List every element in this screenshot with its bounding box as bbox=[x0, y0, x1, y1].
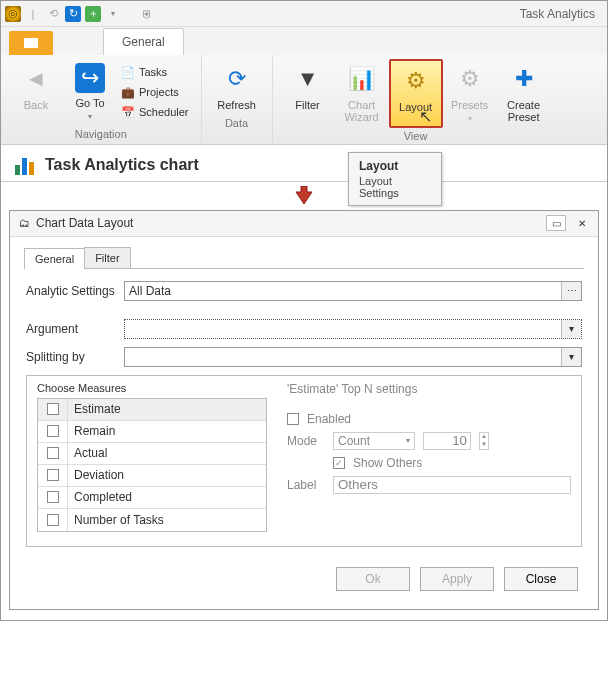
projects-icon: 💼 bbox=[121, 85, 135, 99]
dialog-tabs: General Filter bbox=[24, 247, 584, 269]
presets-icon: ⚙ bbox=[454, 63, 486, 95]
add-icon[interactable]: ＋ bbox=[85, 6, 101, 22]
group-label-data: Data bbox=[225, 117, 248, 129]
measure-label[interactable]: Completed bbox=[68, 490, 132, 504]
svg-marker-3 bbox=[296, 186, 312, 204]
top-n-title: 'Estimate' Top N settings bbox=[287, 382, 571, 396]
measure-label[interactable]: Actual bbox=[68, 446, 107, 460]
choose-measures-title: Choose Measures bbox=[37, 382, 267, 394]
measure-label[interactable]: Remain bbox=[68, 424, 115, 438]
ok-button[interactable]: Ok bbox=[336, 567, 410, 591]
app-tab[interactable] bbox=[9, 31, 53, 55]
group-label-view: View bbox=[404, 130, 428, 142]
undo-icon[interactable]: ⟲ bbox=[45, 6, 61, 22]
separator-icon: | bbox=[25, 6, 41, 22]
label-input[interactable] bbox=[333, 476, 571, 494]
dialog-header: 🗂 Chart Data Layout ▭ ✕ bbox=[10, 211, 598, 237]
apply-button[interactable]: Apply bbox=[420, 567, 494, 591]
tab-general[interactable]: General bbox=[24, 248, 85, 269]
presets-button[interactable]: ⚙ Presets▾ bbox=[443, 59, 497, 128]
svg-rect-2 bbox=[29, 162, 34, 175]
sync-icon[interactable]: ↻ bbox=[65, 6, 81, 22]
back-button[interactable]: ◄ Back bbox=[9, 59, 63, 126]
measure-checkbox[interactable] bbox=[47, 491, 59, 503]
table-row: Remain bbox=[38, 421, 266, 443]
dialog-restore-button[interactable]: ▭ bbox=[546, 215, 566, 231]
table-row: Completed bbox=[38, 487, 266, 509]
topn-number-input[interactable] bbox=[423, 432, 471, 450]
refresh-icon: ⟳ bbox=[221, 63, 253, 95]
measures-table: Estimate Remain Actual bbox=[37, 398, 267, 532]
measure-checkbox[interactable] bbox=[47, 447, 59, 459]
dropdown-icon[interactable]: ▾ bbox=[105, 6, 121, 22]
tooltip-title: Layout bbox=[359, 159, 431, 173]
chart-wizard-icon: 📊 bbox=[346, 63, 378, 95]
goto-button[interactable]: ↪ Go To▾ bbox=[63, 59, 117, 126]
top-n-settings: 'Estimate' Top N settings Enabled Mode C… bbox=[287, 382, 571, 532]
ribbon-tab-strip: General bbox=[1, 27, 607, 55]
argument-field[interactable]: ▾ bbox=[124, 319, 582, 339]
goto-icon: ↪ bbox=[75, 63, 105, 93]
close-button[interactable]: Close bbox=[504, 567, 578, 591]
label-label: Label bbox=[287, 478, 325, 492]
svg-rect-1 bbox=[22, 158, 27, 175]
ellipsis-button[interactable]: ⋯ bbox=[561, 282, 581, 300]
measure-label[interactable]: Number of Tasks bbox=[68, 513, 164, 527]
chart-wizard-button[interactable]: 📊 Chart Wizard bbox=[335, 59, 389, 128]
table-row: Deviation bbox=[38, 465, 266, 487]
nav-scheduler[interactable]: 📅Scheduler bbox=[121, 103, 189, 121]
number-spinner[interactable]: ▲▼ bbox=[479, 432, 489, 450]
refresh-button[interactable]: ⟳ Refresh bbox=[210, 59, 264, 115]
ribbon: ◄ Back ↪ Go To▾ 📄Tasks 💼Projects 📅Schedu… bbox=[1, 55, 607, 145]
tab-filter[interactable]: Filter bbox=[84, 247, 130, 268]
dialog-close-button[interactable]: ✕ bbox=[572, 215, 592, 231]
mode-label: Mode bbox=[287, 434, 325, 448]
measure-checkbox[interactable] bbox=[47, 514, 59, 526]
show-others-checkbox[interactable]: ✓ bbox=[333, 457, 345, 469]
chart-icon bbox=[15, 155, 35, 175]
filter-button[interactable]: ▼ Filter bbox=[281, 59, 335, 128]
table-row: Number of Tasks bbox=[38, 509, 266, 531]
splitting-dropdown-icon[interactable]: ▾ bbox=[561, 348, 581, 366]
chart-data-layout-dialog: 🗂 Chart Data Layout ▭ ✕ General Filter A… bbox=[9, 210, 599, 610]
nav-projects[interactable]: 💼Projects bbox=[121, 83, 189, 101]
layout-button[interactable]: ⚙ Layout ↖ bbox=[389, 59, 443, 128]
chevron-down-icon: ▾ bbox=[406, 436, 410, 445]
shield-icon: ⛨ bbox=[139, 6, 155, 22]
group-label-navigation: Navigation bbox=[75, 128, 127, 140]
layout-tooltip: Layout Layout Settings bbox=[348, 152, 442, 206]
create-preset-button[interactable]: ✚ Create Preset bbox=[497, 59, 551, 128]
ribbon-group-navigation: ◄ Back ↪ Go To▾ 📄Tasks 💼Projects 📅Schedu… bbox=[1, 55, 202, 144]
dialog-icon: 🗂 bbox=[16, 215, 32, 231]
splitting-field[interactable]: ▾ bbox=[124, 347, 582, 367]
measure-label[interactable]: Estimate bbox=[68, 402, 121, 416]
argument-label: Argument bbox=[26, 322, 124, 336]
argument-dropdown-icon[interactable]: ▾ bbox=[561, 320, 581, 338]
enabled-checkbox[interactable] bbox=[287, 413, 299, 425]
mode-select[interactable]: Count▾ bbox=[333, 432, 415, 450]
ribbon-tab-general[interactable]: General bbox=[103, 28, 184, 55]
svg-rect-0 bbox=[15, 165, 20, 175]
measure-checkbox-all[interactable] bbox=[47, 403, 59, 415]
show-others-label: Show Others bbox=[353, 456, 422, 470]
choose-measures-group: Choose Measures Estimate Remain bbox=[26, 375, 582, 547]
title-bar: ◎ | ⟲ ↻ ＋ ▾ ⛨ Task Analytics bbox=[1, 1, 607, 27]
enabled-label: Enabled bbox=[307, 412, 351, 426]
measure-checkbox[interactable] bbox=[47, 469, 59, 481]
layout-icon: ⚙ bbox=[400, 65, 432, 97]
ribbon-group-view: ▼ Filter 📊 Chart Wizard ⚙ Layout ↖ ⚙ Pre… bbox=[273, 55, 559, 144]
measure-checkbox[interactable] bbox=[47, 425, 59, 437]
scheduler-icon: 📅 bbox=[121, 105, 135, 119]
ribbon-group-data: ⟳ Refresh Data bbox=[202, 55, 273, 144]
splitting-label: Splitting by bbox=[26, 350, 124, 364]
dialog-buttons: Ok Apply Close bbox=[24, 553, 584, 595]
page-title: Task Analytics chart bbox=[45, 156, 199, 174]
app-icon: ◎ bbox=[5, 6, 21, 22]
table-row: Actual bbox=[38, 443, 266, 465]
measure-label[interactable]: Deviation bbox=[68, 468, 124, 482]
page-title-bar: Task Analytics chart bbox=[1, 145, 607, 182]
analytic-settings-field[interactable]: All Data ⋯ bbox=[124, 281, 582, 301]
create-preset-icon: ✚ bbox=[508, 63, 540, 95]
nav-tasks[interactable]: 📄Tasks bbox=[121, 63, 189, 81]
measures-header: Estimate bbox=[38, 399, 266, 421]
